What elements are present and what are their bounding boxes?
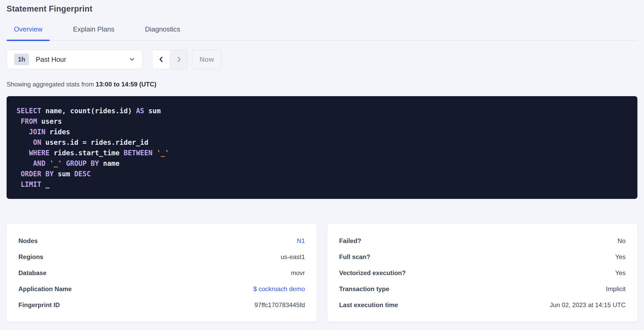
table-row: Last execution timeJun 02, 2023 at 14:15…	[339, 297, 626, 313]
row-value: Implicit	[606, 285, 626, 293]
row-value: Yes	[615, 253, 626, 261]
row-label: Application Name	[18, 285, 72, 293]
statement-fingerprint-page: Statement Fingerprint OverviewExplain Pl…	[0, 0, 644, 322]
summary-time-range: 13:00 to 14:59 (UTC)	[96, 81, 157, 88]
tab-explain-plans[interactable]: Explain Plans	[66, 25, 122, 40]
tab-overview[interactable]: Overview	[7, 25, 50, 40]
info-card: NodesN1Regionsus-east1DatabasemovrApplic…	[7, 224, 317, 322]
row-label: Nodes	[18, 237, 38, 245]
summary-prefix: Showing aggregated stats from	[7, 81, 96, 88]
row-label: Full scan?	[339, 253, 370, 261]
tab-bar: OverviewExplain PlansDiagnostics	[7, 25, 637, 41]
sql-line: FROM users	[17, 116, 627, 127]
prev-time-button[interactable]	[152, 50, 170, 69]
sql-line: LIMIT _	[17, 179, 627, 190]
table-row: Vectorized execution?Yes	[339, 265, 626, 281]
chevron-down-icon	[129, 56, 135, 63]
time-controls: 1h Past Hour Now	[7, 50, 637, 69]
table-row: Fingerprint ID97ffc170783445fd	[18, 297, 305, 313]
tab-diagnostics[interactable]: Diagnostics	[138, 25, 188, 40]
row-value-link[interactable]: $ cockroach demo	[253, 285, 305, 293]
table-row: Full scan?Yes	[339, 249, 626, 265]
info-card: Failed?NoFull scan?YesVectorized executi…	[327, 224, 637, 322]
row-label: Vectorized execution?	[339, 269, 406, 277]
table-row: Application Name$ cockroach demo	[18, 281, 305, 297]
time-range-dropdown[interactable]: 1h Past Hour	[7, 50, 143, 69]
row-value: us-east1	[281, 253, 305, 261]
time-range-selected-value: Past Hour	[36, 55, 129, 64]
time-pager	[152, 50, 188, 69]
table-row: NodesN1	[18, 233, 305, 249]
row-label: Transaction type	[339, 285, 389, 293]
sql-line: WHERE rides.start_time BETWEEN '_'	[17, 148, 627, 158]
time-range-badge: 1h	[14, 54, 29, 65]
sql-line: SELECT name, count(rides.id) AS sum	[17, 106, 627, 116]
row-label: Fingerprint ID	[18, 301, 60, 309]
row-value: Yes	[615, 269, 626, 277]
now-button[interactable]: Now	[192, 50, 222, 69]
table-row: Failed?No	[339, 233, 626, 249]
table-row: Databasemovr	[18, 265, 305, 281]
row-value: No	[617, 237, 626, 245]
table-row: Regionsus-east1	[18, 249, 305, 265]
sql-line: JOIN rides	[17, 127, 627, 137]
sql-line: ON users.id = rides.rider_id	[17, 137, 627, 148]
row-label: Failed?	[339, 237, 361, 245]
row-value: 97ffc170783445fd	[254, 301, 305, 309]
row-value: movr	[291, 269, 305, 277]
chevron-left-icon	[158, 56, 165, 63]
aggregated-stats-summary: Showing aggregated stats from 13:00 to 1…	[7, 81, 637, 88]
next-time-button[interactable]	[170, 50, 188, 69]
table-row: Transaction typeImplicit	[339, 281, 626, 297]
sql-line: AND '_' GROUP BY name	[17, 158, 627, 169]
sql-statement-box: SELECT name, count(rides.id) AS sum FROM…	[7, 96, 637, 199]
row-label: Database	[18, 269, 47, 277]
row-label: Regions	[18, 253, 43, 261]
row-value: Jun 02, 2023 at 14:15 UTC	[550, 301, 626, 309]
row-value-link[interactable]: N1	[297, 237, 305, 245]
page-title: Statement Fingerprint	[7, 4, 637, 14]
chevron-right-icon	[175, 56, 183, 63]
sql-line: ORDER BY sum DESC	[17, 169, 627, 179]
row-label: Last execution time	[339, 301, 398, 309]
info-cards: NodesN1Regionsus-east1DatabasemovrApplic…	[7, 224, 637, 322]
